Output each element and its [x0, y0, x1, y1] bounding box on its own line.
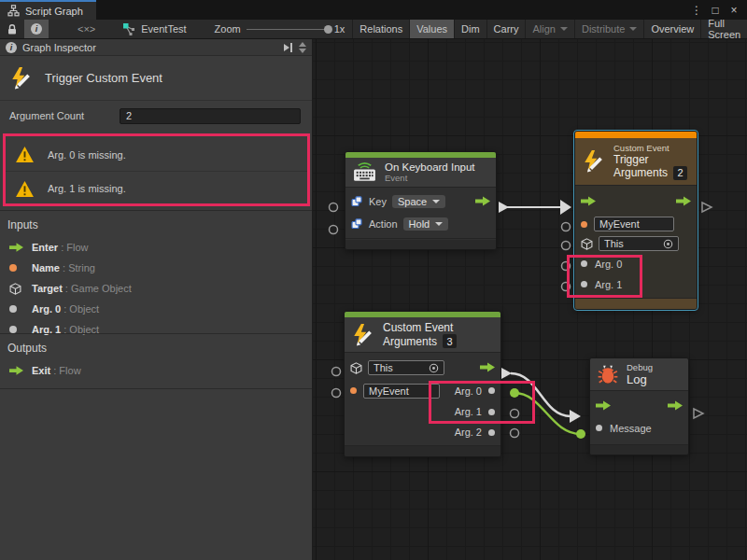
inspector-toggle-button[interactable]: i [24, 20, 49, 38]
node-subtitle: Arguments [383, 335, 437, 348]
overview-button[interactable]: Overview [643, 20, 700, 38]
outputs-section: Outputs Exit : Flow [0, 333, 312, 389]
relations-button[interactable]: Relations [352, 20, 409, 38]
argument-count-row: Argument Count [0, 105, 312, 127]
node-footer [345, 446, 500, 456]
object-port-icon [9, 305, 17, 313]
align-button[interactable]: Align [525, 20, 573, 38]
close-icon[interactable]: × [726, 4, 741, 17]
node-subtitle: Arguments [613, 166, 668, 179]
object-port-icon[interactable] [596, 425, 602, 431]
arg0-output: Arg. 0 [455, 385, 495, 397]
chevron-down-icon [560, 27, 568, 31]
custom-event-icon [582, 149, 606, 174]
lock-button[interactable] [0, 20, 24, 38]
string-port-icon[interactable] [581, 221, 587, 228]
warning-row: Arg. 0 is missing. [6, 138, 307, 172]
graph-inspector-panel: i Graph Inspector Trigger Custom Event A… [0, 39, 313, 560]
target-field[interactable]: This [599, 236, 679, 251]
node-footer [590, 445, 688, 455]
target-field[interactable]: This [368, 360, 444, 375]
warning-text: Arg. 1 is missing. [48, 183, 126, 194]
gameobject-cube-icon[interactable] [581, 238, 593, 250]
custom-event-icon [9, 66, 34, 91]
port-row-arg0: Arg. 0 : Object [0, 299, 312, 319]
tab-script-graph[interactable]: Script Graph [0, 0, 96, 20]
inspector-title-block: Trigger Custom Event [0, 56, 312, 101]
object-port-icon [9, 326, 17, 333]
tab-title: Script Graph [25, 6, 83, 17]
toolbar: i <×> EventTest Zoom 1x Relations Val [0, 20, 747, 39]
event-name-field[interactable]: MyEvent [594, 217, 674, 231]
arg0-row: Arg. 0 [575, 254, 697, 274]
node-debug-log[interactable]: Debug Log Message [589, 357, 689, 455]
zoom-slider-handle[interactable] [324, 25, 332, 34]
argument-count-input[interactable] [120, 108, 301, 124]
node-title: On Keyboard Input [385, 161, 475, 173]
maximize-icon[interactable]: □ [708, 4, 723, 17]
key-dropdown[interactable]: Space [392, 195, 445, 208]
inputs-section: Inputs Enter : Flow Name : String Tar [0, 210, 312, 340]
toolbar-right-buttons: Relations Values Dim Carry Align Distrib… [352, 20, 747, 38]
bug-icon [597, 363, 619, 385]
node-header: Custom Event Trigger Arguments 2 [575, 138, 697, 185]
wire-receiver-to-debug[interactable] [501, 368, 581, 423]
object-port-icon[interactable] [581, 281, 587, 287]
object-port-icon[interactable] [488, 429, 495, 436]
object-port-icon[interactable] [488, 387, 495, 394]
arg2-output: Arg. 2 [455, 427, 495, 438]
carry-button[interactable]: Carry [486, 20, 526, 38]
node-category: Custom Event [613, 143, 687, 153]
argument-count-label: Argument Count [9, 110, 84, 121]
node-color-bar [575, 132, 697, 138]
wire-keyboard-to-trigger[interactable] [499, 200, 571, 215]
event-name-field[interactable]: MyEvent [363, 384, 440, 399]
object-picker-icon[interactable] [663, 239, 673, 249]
dock-panel-icon[interactable] [283, 42, 293, 53]
chevron-down-icon [299, 49, 306, 53]
node-on-keyboard-input[interactable]: On Keyboard Input Event Key Space [345, 151, 497, 250]
dim-button[interactable]: Dim [454, 20, 486, 38]
node-category: Debug [627, 362, 653, 372]
hierarchy-icon [7, 5, 20, 17]
window-controls: ⋮ □ × [689, 0, 747, 20]
distribute-button[interactable]: Distribute [574, 20, 643, 38]
graph-name: EventTest [141, 23, 186, 35]
flow-out-port[interactable] [676, 193, 691, 210]
fullscreen-button[interactable]: Full Screen [700, 20, 747, 38]
zoom-slider[interactable] [247, 29, 329, 30]
keycode-icon [351, 196, 362, 207]
graph-breadcrumb[interactable]: EventTest [115, 20, 193, 38]
object-picker-icon[interactable] [429, 363, 439, 373]
menu-icon[interactable]: ⋮ [689, 4, 704, 17]
values-button[interactable]: Values [409, 20, 454, 38]
code-view-button[interactable]: <×> [71, 20, 102, 38]
flow-row [590, 394, 688, 418]
flow-out-port[interactable] [475, 193, 490, 210]
chevron-up-icon [299, 42, 306, 47]
object-port-icon[interactable] [488, 409, 495, 415]
panel-resize-buttons[interactable] [299, 42, 308, 53]
flow-in-port[interactable] [596, 398, 611, 414]
flow-in-port[interactable] [581, 193, 596, 210]
key-label: Key [369, 196, 387, 207]
flow-arrow-icon [9, 243, 24, 252]
script-graph-window: Script Graph ⋮ □ × i <×> [0, 0, 747, 560]
lock-icon [7, 23, 18, 35]
node-trigger-custom-event[interactable]: Custom Event Trigger Arguments 2 [574, 131, 698, 310]
graph-canvas[interactable]: On Keyboard Input Event Key Space [313, 39, 747, 560]
flow-out-port[interactable] [668, 398, 683, 414]
string-port-icon[interactable] [350, 387, 357, 394]
object-port-icon[interactable] [581, 260, 587, 267]
node-title: Log [627, 372, 653, 386]
node-header: On Keyboard Input Event [345, 158, 496, 187]
gameobject-cube-icon[interactable] [350, 362, 362, 374]
wire-arg0-to-message[interactable] [510, 388, 585, 439]
node-custom-event[interactable]: Custom Event Arguments 3 This [344, 311, 501, 457]
page-title: Trigger Custom Event [45, 71, 162, 85]
custom-event-icon [351, 323, 375, 347]
action-dropdown[interactable]: Hold [403, 217, 449, 231]
key-row: Key Space [345, 190, 496, 213]
flow-out-port[interactable] [480, 359, 495, 376]
info-icon: i [31, 23, 42, 35]
